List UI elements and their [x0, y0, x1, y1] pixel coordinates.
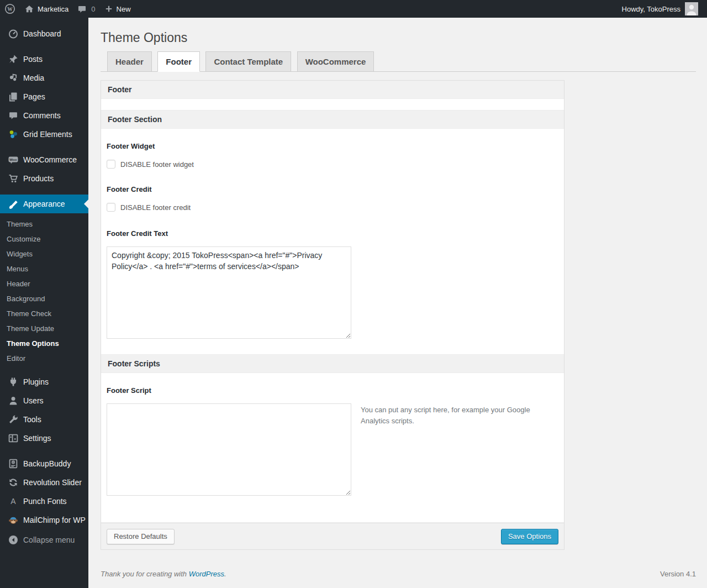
wordpress-logo-icon: W: [4, 3, 15, 14]
sidebar-item-pages[interactable]: Pages: [0, 87, 88, 106]
wordpress-link[interactable]: WordPress: [189, 570, 224, 578]
pushpin-icon: [8, 54, 19, 65]
sidebar-item-posts[interactable]: Posts: [0, 50, 88, 69]
sidebar-item-products[interactable]: Products: [0, 169, 88, 188]
rotate-arrows-icon: [8, 477, 19, 488]
sidebar-item-backupbuddy[interactable]: BackupBuddy: [0, 454, 88, 473]
wp-logo-letter: W: [7, 7, 13, 12]
sidebar-item-appearance[interactable]: Appearance: [0, 195, 88, 213]
submenu-item-theme-update[interactable]: Theme Update: [0, 321, 88, 336]
content-area: Theme Options Header Footer Contact Temp…: [88, 0, 707, 578]
footer-credit-text-textarea[interactable]: Copyright &copy; 2015 TokoPress<span><a …: [107, 246, 351, 339]
submenu-item-theme-check[interactable]: Theme Check: [0, 306, 88, 321]
woocommerce-icon: Woo: [8, 154, 19, 165]
menu-separator: [0, 448, 88, 454]
disable-footer-widget-checkbox[interactable]: [107, 160, 115, 169]
tab-header[interactable]: Header: [107, 51, 152, 72]
submenu-item-customize[interactable]: Customize: [0, 232, 88, 246]
sidebar-item-label: WooCommerce: [23, 156, 77, 164]
sidebar-item-media[interactable]: Media: [0, 69, 88, 87]
footer-credit-text-label: Footer Credit Text: [107, 212, 558, 238]
sidebar-item-tools[interactable]: Tools: [0, 410, 88, 429]
footer-scripts-header: Footer Scripts: [101, 355, 564, 373]
footer-section-title: Footer: [101, 81, 564, 99]
sidebar-item-label: Tools: [23, 416, 41, 423]
page-footer: Thank you for creating with WordPress. V…: [101, 570, 696, 578]
disable-footer-credit-label[interactable]: DISABLE footer credit: [120, 203, 191, 212]
dashboard-icon: [8, 28, 19, 39]
footer-script-hint: You can put any script here, for example…: [361, 405, 537, 427]
sidebar-item-comments[interactable]: Comments: [0, 106, 88, 125]
site-name-menu[interactable]: Marketica: [20, 0, 73, 18]
sidebar-item-plugins[interactable]: Plugins: [0, 372, 88, 391]
sidebar-item-label: Users: [23, 397, 44, 405]
footer-widget-label: Footer Widget: [107, 129, 558, 150]
disable-footer-widget-label[interactable]: DISABLE footer widget: [120, 160, 194, 169]
restore-defaults-button[interactable]: Restore Defaults: [107, 529, 175, 544]
footer-scripts-body: Footer Script You can put any script her…: [101, 373, 564, 523]
tab-footer[interactable]: Footer: [157, 51, 200, 72]
woo-badge-text: Woo: [9, 158, 17, 161]
mailchimp-monkey-icon: [8, 514, 19, 526]
menu-separator: [0, 43, 88, 50]
tab-bar: Header Footer Contact Template WooCommer…: [101, 51, 696, 72]
thanks-prefix: Thank you for creating with: [101, 570, 187, 578]
submenu-item-editor[interactable]: Editor: [0, 351, 88, 366]
sidebar-item-label: Comments: [23, 112, 61, 119]
sidebar-item-woocommerce[interactable]: Woo WooCommerce: [0, 150, 88, 169]
version-label: Version 4.1: [660, 570, 696, 578]
sidebar-item-label: Settings: [23, 434, 51, 442]
sidebar-item-dashboard[interactable]: Dashboard: [0, 24, 88, 43]
tab-contact-template[interactable]: Contact Template: [205, 51, 291, 72]
footer-script-row: You can put any script here, for example…: [107, 395, 558, 496]
admin-menu: Dashboard Posts Media Pages Commen: [0, 18, 88, 549]
cart-icon: [8, 173, 19, 184]
save-options-button[interactable]: Save Options: [501, 529, 558, 544]
sidebar-item-label: Pages: [23, 93, 45, 101]
footer-credit-label: Footer Credit: [107, 169, 558, 193]
sidebar-item-revolution-slider[interactable]: Revolution Slider: [0, 473, 88, 492]
sidebar-item-label: Dashboard: [23, 30, 61, 38]
settings-icon: [8, 433, 19, 444]
letter-a-icon: A: [8, 496, 19, 507]
site-name-label: Marketica: [38, 5, 68, 13]
sidebar-item-settings[interactable]: Settings: [0, 429, 88, 448]
comment-bubble-icon: [77, 4, 87, 14]
footer-script-label: Footer Script: [107, 373, 558, 395]
collapse-arrow-icon: [8, 534, 19, 545]
sidebar-item-collapse-menu[interactable]: Collapse menu: [0, 531, 88, 549]
footer-section-body: [101, 99, 564, 111]
footer-credit-checkbox-row: DISABLE footer credit: [107, 203, 558, 212]
admin-bar: W Marketica 0 New Howdy, TokoPress: [0, 0, 707, 18]
wordpress-logo-menu[interactable]: W: [0, 0, 20, 18]
footer-script-textarea[interactable]: [107, 403, 351, 496]
sidebar-item-label: MailChimp for WP: [23, 516, 86, 524]
submenu-item-menus[interactable]: Menus: [0, 261, 88, 276]
account-menu[interactable]: Howdy, TokoPress: [618, 0, 703, 18]
submenu-item-widgets[interactable]: Widgets: [0, 246, 88, 261]
comments-menu[interactable]: 0: [73, 0, 99, 18]
sidebar-item-grid-elements[interactable]: Grid Elements: [0, 125, 88, 144]
avatar: [685, 2, 698, 15]
admin-sidebar: Dashboard Posts Media Pages Commen: [0, 18, 88, 588]
sidebar-item-punch-fonts[interactable]: A Punch Fonts: [0, 492, 88, 511]
submenu-item-header[interactable]: Header: [0, 276, 88, 291]
media-icon: [8, 72, 19, 83]
punch-fonts-letter: A: [10, 497, 16, 506]
sidebar-item-label: Appearance: [23, 200, 65, 208]
sidebar-item-label: Punch Fonts: [23, 497, 67, 505]
sidebar-item-mailchimp[interactable]: MailChimp for WP: [0, 511, 88, 529]
disable-footer-credit-checkbox[interactable]: [107, 203, 115, 212]
submenu-item-background[interactable]: Background: [0, 291, 88, 306]
submenu-item-themes[interactable]: Themes: [0, 217, 88, 232]
comments-count: 0: [91, 5, 95, 13]
sidebar-item-label: Media: [23, 74, 44, 82]
sidebar-item-users[interactable]: Users: [0, 391, 88, 410]
plugin-icon: [8, 376, 19, 387]
new-content-menu[interactable]: New: [100, 0, 135, 18]
pages-icon: [8, 91, 19, 102]
thanks-suffix: .: [224, 570, 226, 578]
tab-woocommerce[interactable]: WooCommerce: [297, 51, 374, 72]
wrench-icon: [8, 414, 19, 425]
submenu-item-theme-options[interactable]: Theme Options: [0, 336, 88, 351]
